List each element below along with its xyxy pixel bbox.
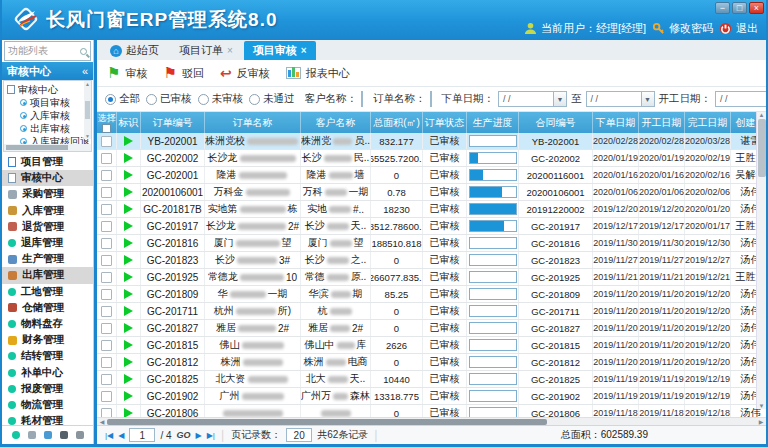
column-header-5[interactable]: 总面积(㎡) [371,112,423,133]
table-row[interactable]: GC-201809华一期华滨期85.25已审核GC-2018092019/11/… [97,286,766,303]
table-row[interactable]: GC-201823长沙3#长沙之..0已审核GC-2018232019/11/2… [97,252,766,269]
tree-horizontal-scrollbar[interactable] [4,144,91,151]
column-header-4[interactable]: 客户名称 [301,112,371,133]
customer-name-input[interactable] [361,91,363,107]
sidebar-item-1[interactable]: 审核中心 [2,170,93,186]
tree-item-0[interactable]: 项目审核 [7,96,91,109]
row-checkbox[interactable] [101,153,112,164]
row-checkbox[interactable] [101,238,112,249]
last-page-button[interactable]: ▶| [207,431,215,440]
status-radio-2[interactable]: 未审核 [198,92,244,106]
table-row[interactable]: GC-201827雅居2#雅居2#0已审核GC-2018272019/11/20… [97,320,766,337]
close-icon[interactable]: × [301,45,307,56]
tree-item-2[interactable]: 出库审核 [7,122,91,135]
column-header-11[interactable]: 完工日期 [685,112,731,133]
column-header-0[interactable]: 选择 [97,112,117,133]
row-checkbox[interactable] [101,408,112,418]
order-date-from-dropdown-icon[interactable]: ▼ [554,91,567,107]
row-checkbox[interactable] [101,255,112,266]
sidebar-item-15[interactable]: 物流管理 [2,397,93,413]
column-header-9[interactable]: 下单日期 [593,112,639,133]
row-checkbox[interactable] [101,374,112,385]
table-horizontal-scrollbar[interactable]: ◀▶ [97,417,766,425]
table-row[interactable]: GC-201816厦门望厦门望188510.818已审核GC-201816201… [97,235,766,252]
column-header-6[interactable]: 订单状态 [423,112,467,133]
column-header-3[interactable]: 订单名称 [205,112,301,133]
unaudit-button[interactable]: ↩反审核 [220,66,270,81]
more-icon[interactable] [76,431,84,439]
row-checkbox[interactable] [101,187,112,198]
select-all-checkbox[interactable] [102,124,111,133]
close-button[interactable]: × [749,2,764,14]
logout-button[interactable]: 退出 [719,21,758,36]
order-date-from-input[interactable]: / / [498,91,554,107]
tree-item-1[interactable]: 入库审核 [7,109,91,122]
status-radio-3[interactable]: 未通过 [249,92,295,106]
tab-project-audit[interactable]: 项目审核× [244,41,316,60]
table-row[interactable]: YB-202001株洲党校株洲党员..832.177已审核YB-20200120… [97,133,766,150]
status-radio-0[interactable]: 全部 [105,92,140,106]
minimize-button[interactable]: − [715,2,730,14]
column-header-2[interactable]: 订单编号 [141,112,205,133]
sidebar-item-6[interactable]: 生产管理 [2,251,93,267]
row-checkbox[interactable] [101,272,112,283]
table-row[interactable]: GC-201902广州广州万森林13318.775已审核GC-201902201… [97,388,766,405]
sidebar-item-0[interactable]: 项目管理 [2,154,93,170]
sidebar-item-7[interactable]: 出库管理 [2,267,93,283]
order-name-input[interactable] [430,91,432,107]
tree-root-audit-center[interactable]: 审核中心 [7,83,91,96]
row-checkbox[interactable] [101,170,112,181]
reject-button[interactable]: ⚑驳回 [163,66,203,81]
sidebar-item-5[interactable]: 退库管理 [2,235,93,251]
table-row[interactable]: GC-2018060已审核GC-2018062019/11/182019/11/… [97,405,766,417]
page-size-input[interactable]: 20 [286,428,312,442]
sidebar-item-8[interactable]: 工地管理 [2,284,93,300]
row-checkbox[interactable] [101,136,112,147]
row-checkbox[interactable] [101,289,112,300]
table-row[interactable]: GC-201825北大资北大天..10440已审核GC-2018252019/1… [97,371,766,388]
sidebar-item-4[interactable]: 退货管理 [2,219,93,235]
function-search-input[interactable]: 功能列表 [4,41,91,61]
start-date-input[interactable]: / / [715,91,766,107]
table-row[interactable]: GC-202001隆港隆港墙0已审核202001160012020/01/162… [97,167,766,184]
row-checkbox[interactable] [101,323,112,334]
report-center-button[interactable]: 报表中心 [286,66,350,81]
sidebar-item-11[interactable]: 财务管理 [2,332,93,348]
dot-icon[interactable] [12,431,20,439]
next-page-button[interactable]: ▶ [196,431,202,440]
row-checkbox[interactable] [101,204,112,215]
table-row[interactable]: GC-201815佛山佛山中库2626已审核GC-2018152019/11/2… [97,337,766,354]
go-button[interactable]: GO [177,430,191,440]
sidebar-item-3[interactable]: 入库管理 [2,203,93,219]
column-header-8[interactable]: 合同编号 [519,112,593,133]
tree-vertical-scrollbar[interactable]: ▲▼ [84,81,91,139]
row-checkbox[interactable] [101,221,112,232]
order-date-to-input[interactable]: / / [586,91,642,107]
row-checkbox[interactable] [101,306,112,317]
cart-icon[interactable] [28,431,36,439]
tab-home[interactable]: ⌂起始页 [101,41,168,60]
row-checkbox[interactable] [101,357,112,368]
sidebar-item-9[interactable]: 仓储管理 [2,300,93,316]
audit-button[interactable]: ⚑审核 [107,66,147,81]
table-row[interactable]: GC-201812株洲株洲电商0已审核GC-2018122019/11/2020… [97,354,766,371]
table-row[interactable]: GC-202002长沙龙长沙民..65525.7200..已审核GC-20200… [97,150,766,167]
sidebar-item-2[interactable]: 采购管理 [2,186,93,202]
maximize-button[interactable]: □ [732,2,747,14]
collapse-icon[interactable]: « [82,65,88,77]
row-checkbox[interactable] [101,340,112,351]
pen-icon[interactable] [44,431,52,439]
tab-project-order[interactable]: 项目订单× [170,41,242,60]
table-row[interactable]: GC-201917长沙龙2#长沙天..8512.78600..已审核GC-201… [97,218,766,235]
prev-page-button[interactable]: ◀ [118,431,124,440]
sidebar-item-13[interactable]: 补单中心 [2,364,93,380]
calendar-icon[interactable] [60,431,68,439]
sidebar-item-10[interactable]: 物料盘存 [2,316,93,332]
status-radio-1[interactable]: 已审核 [146,92,192,106]
sidebar-item-14[interactable]: 报废管理 [2,381,93,397]
change-password-button[interactable]: 修改密码 [652,21,713,36]
table-row[interactable]: GC-201817B实地第栋实地#..18230已审核2019122000220… [97,201,766,218]
sidebar-item-16[interactable]: 耗材管理 [2,413,93,425]
table-vertical-scrollbar[interactable]: ▲▼ [756,112,766,409]
table-row[interactable]: GC-201711杭州所)杭0已审核GC-2017112019/11/20201… [97,303,766,320]
